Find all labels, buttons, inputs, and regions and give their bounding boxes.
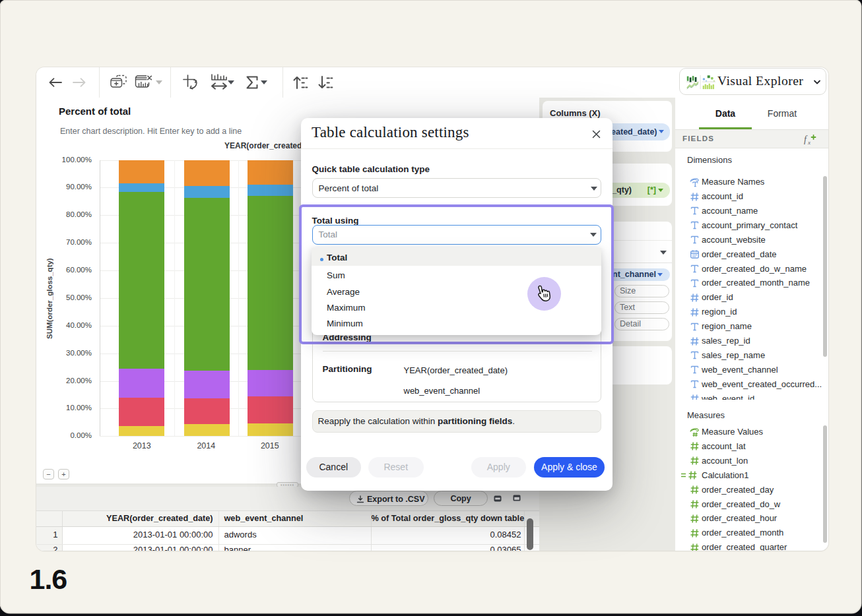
svg-text:x: x xyxy=(807,139,811,145)
